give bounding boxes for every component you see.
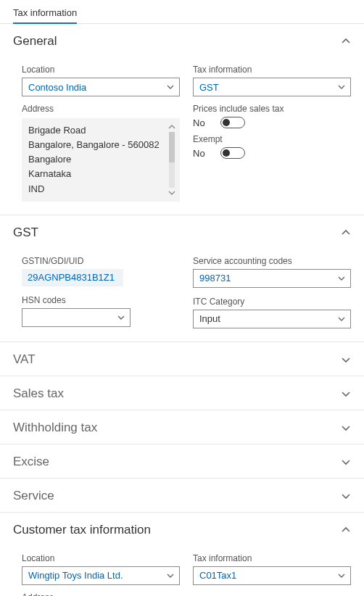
chevron-up-icon: [341, 228, 351, 238]
section-header-general[interactable]: General: [0, 24, 364, 57]
select-itc-value: Input: [199, 313, 220, 324]
chevron-down-icon: [337, 571, 346, 580]
section-title-gst: GST: [13, 225, 38, 240]
chevron-down-icon: [166, 83, 175, 91]
chevron-down-icon: [337, 274, 346, 283]
chevron-down-icon: [341, 389, 351, 399]
address-box: Brigade Road Bangalore, Bangalore - 5600…: [22, 118, 180, 202]
label-prices-include-tax: Prices include sales tax: [193, 104, 351, 114]
select-customer-tax-info[interactable]: C01Tax1: [193, 566, 351, 585]
chevron-down-icon: [117, 313, 125, 322]
field-gstin[interactable]: 29AGNPB4831B1Z1: [22, 269, 123, 286]
toggle-exempt-value: No: [193, 148, 212, 159]
section-withholding: Withholding tax: [0, 410, 364, 444]
select-customer-location-value: Wingtip Toys India Ltd.: [28, 570, 123, 581]
tab-bar: Tax information: [0, 0, 364, 24]
label-customer-address: Address: [22, 592, 180, 596]
toggle-prices-value: No: [193, 117, 212, 128]
section-header-gst[interactable]: GST: [0, 215, 364, 249]
select-sac-value: 998731: [199, 273, 231, 283]
label-customer-location: Location: [22, 553, 180, 563]
section-header-withholding[interactable]: Withholding tax: [0, 410, 364, 444]
label-address: Address: [22, 104, 180, 114]
select-sac[interactable]: 998731: [193, 269, 351, 288]
address-line: Brigade Road: [28, 123, 166, 138]
label-location: Location: [22, 65, 180, 75]
scrollbar-track: [169, 132, 175, 188]
address-line: Bangalore, Bangalore - 560082: [28, 138, 166, 152]
chevron-down-icon: [341, 491, 351, 501]
section-header-customer[interactable]: Customer tax information: [0, 513, 364, 546]
section-customer: Customer tax information Location Wingti…: [0, 513, 364, 596]
chevron-down-icon: [341, 457, 351, 467]
select-hsn[interactable]: [22, 308, 131, 327]
section-header-service[interactable]: Service: [0, 479, 364, 512]
section-gst: GST GSTIN/GDI/UID 29AGNPB4831B1Z1 HSN co…: [0, 215, 364, 342]
chevron-up-icon: [341, 36, 351, 46]
section-vat: VAT: [0, 342, 364, 376]
select-customer-location[interactable]: Wingtip Toys India Ltd.: [22, 566, 180, 585]
select-customer-tax-info-value: C01Tax1: [199, 570, 236, 581]
section-header-excise[interactable]: Excise: [0, 444, 364, 478]
section-excise: Excise: [0, 444, 364, 479]
select-tax-information-value: GST: [199, 82, 219, 93]
select-location-value: Contoso India: [28, 82, 86, 93]
label-hsn: HSN codes: [22, 295, 180, 305]
select-location[interactable]: Contoso India: [22, 78, 180, 96]
chevron-down-icon: [166, 571, 175, 580]
section-title-general: General: [13, 34, 57, 49]
address-scrollbar[interactable]: [167, 123, 176, 196]
scroll-up-icon: [168, 123, 175, 131]
label-customer-tax-info: Tax information: [193, 553, 351, 563]
section-header-vat[interactable]: VAT: [0, 342, 364, 376]
field-gstin-value: 29AGNPB4831B1Z1: [28, 272, 115, 283]
address-line: IND: [28, 182, 166, 196]
chevron-up-icon: [341, 525, 351, 535]
scroll-down-icon: [168, 189, 175, 196]
select-itc[interactable]: Input: [193, 310, 351, 328]
select-tax-information[interactable]: GST: [193, 78, 351, 96]
toggle-exempt[interactable]: [220, 147, 245, 159]
section-header-sales-tax[interactable]: Sales tax: [0, 376, 364, 410]
section-title-service: Service: [13, 489, 54, 503]
chevron-down-icon: [341, 355, 351, 365]
chevron-down-icon: [337, 83, 346, 91]
label-gstin: GSTIN/GDI/UID: [22, 256, 180, 266]
label-sac: Service accounting codes: [193, 256, 351, 266]
label-itc: ITC Category: [193, 297, 351, 307]
section-title-sales-tax: Sales tax: [13, 386, 64, 401]
address-line: Bangalore: [28, 152, 166, 167]
section-title-customer: Customer tax information: [13, 523, 151, 537]
label-exempt: Exempt: [193, 134, 351, 144]
chevron-down-icon: [337, 315, 346, 323]
chevron-down-icon: [341, 423, 351, 433]
section-general: General Location Contoso India Address B…: [0, 24, 364, 215]
section-sales-tax: Sales tax: [0, 376, 364, 410]
section-title-withholding: Withholding tax: [13, 421, 97, 435]
address-line: Karnataka: [28, 167, 166, 181]
section-title-excise: Excise: [13, 455, 49, 469]
label-tax-information: Tax information: [193, 65, 351, 75]
toggle-prices-include-tax[interactable]: [220, 117, 245, 128]
section-service: Service: [0, 479, 364, 513]
scrollbar-thumb[interactable]: [169, 132, 175, 162]
tab-tax-information[interactable]: Tax information: [13, 7, 77, 24]
section-title-vat: VAT: [13, 352, 36, 367]
